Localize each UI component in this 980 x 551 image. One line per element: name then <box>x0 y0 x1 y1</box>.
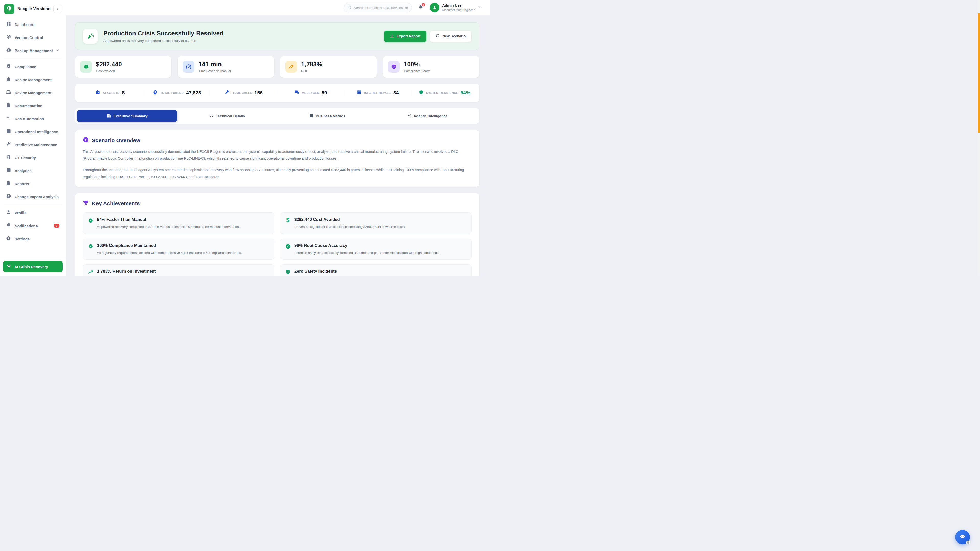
sidebar-item-settings[interactable]: Settings <box>3 233 62 245</box>
notifications-badge: 2 <box>54 224 59 228</box>
chart-square-icon <box>6 129 11 135</box>
brain-icon <box>153 90 158 96</box>
metric-rag-retrievals: RAG RETRIEVALS 34 <box>344 90 411 96</box>
achievement-root-cause-accuracy: 96% Root Cause Accuracy Forensic analysi… <box>280 238 472 260</box>
bar-chart-icon <box>6 168 11 174</box>
sidebar-item-label: Recipe Management <box>14 78 59 82</box>
sidebar-item-operational-intelligence[interactable]: Operational Intelligence <box>3 126 62 137</box>
notifications-bell-button[interactable]: 6 <box>418 4 424 11</box>
stat-label: ROI <box>301 69 322 73</box>
export-report-label: Export Report <box>396 34 420 38</box>
shield-check-icon <box>6 64 11 70</box>
wrench-icon <box>225 90 230 96</box>
metric-label: RAG RETRIEVALS <box>364 91 391 94</box>
tabs-bar: Executive Summary Technical Details Busi… <box>75 108 479 124</box>
metric-label: SYSTEM RESILIENCE <box>426 91 458 94</box>
sidebar-item-label: Compliance <box>14 65 59 69</box>
sidebar-item-backup-management[interactable]: Backup Management <box>3 45 62 56</box>
achievement-compliance-maintained: 100% Compliance Maintained All regulator… <box>83 238 274 260</box>
sidebar-item-label: Settings <box>14 237 59 241</box>
wrench-icon <box>6 141 11 148</box>
sidebar-item-compliance[interactable]: Compliance <box>3 61 62 72</box>
achievement-text: 100% Compliance Maintained All regulator… <box>97 243 242 256</box>
badge-check-icon <box>88 244 94 249</box>
new-scenario-label: New Scenario <box>442 34 466 38</box>
metric-tool-calls: TOOL CALLS 156 <box>210 90 277 96</box>
tab-label: Technical Details <box>216 114 245 118</box>
metric-label: TOTAL TOKENS <box>160 91 183 94</box>
stat-value: 1,783% <box>301 61 322 68</box>
chevron-left-icon: ‹ <box>57 6 58 11</box>
achievement-text: 96% Root Cause Accuracy Forensic analysi… <box>294 243 439 256</box>
file-text-icon <box>6 103 11 109</box>
stat-text: 100% Compliance Score <box>404 61 430 73</box>
sidebar-item-change-impact-analysis[interactable]: Change Impact Analysis <box>3 191 62 202</box>
sidebar-item-label: Predictive Maintenance <box>14 143 59 147</box>
sidebar-item-ot-security[interactable]: OT Security <box>3 152 62 163</box>
achievement-text: $282,440 Cost Avoided Prevented signific… <box>294 217 406 229</box>
sidebar-item-dashboard[interactable]: Dashboard <box>3 19 62 30</box>
sidebar-collapse-button[interactable]: ‹ <box>53 5 62 13</box>
achievement-desc: AI-powered recovery completed in 8.7 min… <box>97 224 240 229</box>
new-scenario-button[interactable]: New Scenario <box>430 30 471 42</box>
robot-icon <box>95 90 100 96</box>
search-icon <box>347 5 352 10</box>
metric-value: 94% <box>461 90 470 96</box>
sidebar-item-recipe-management[interactable]: Recipe Management <box>3 74 62 85</box>
stat-card-time-saved: 141 min Time Saved vs Manual <box>178 56 274 78</box>
key-achievements-card: Key Achievements 94% Faster Than Manual … <box>75 193 479 275</box>
sidebar-item-predictive-maintenance[interactable]: Predictive Maintenance <box>3 139 62 150</box>
tab-technical-details[interactable]: Technical Details <box>177 110 277 122</box>
search-input[interactable] <box>354 6 408 10</box>
person-icon <box>6 210 11 216</box>
stat-text: 1,783% ROI <box>301 61 322 73</box>
section-title: Key Achievements <box>92 200 140 206</box>
tab-agentic-intelligence[interactable]: Agentic Intelligence <box>377 110 477 122</box>
sidebar-item-reports[interactable]: Reports <box>3 178 62 189</box>
stat-card-roi: 1,783% ROI <box>280 56 377 78</box>
metric-value: 8 <box>122 90 125 96</box>
banner-text: Production Crisis Successfully Resolved … <box>103 30 384 43</box>
sidebar-footer: AI Crisis Recovery <box>0 258 65 275</box>
sidebar-item-version-control[interactable]: Version Control <box>3 32 62 43</box>
tab-executive-summary[interactable]: Executive Summary <box>77 110 177 122</box>
sidebar-item-label: OT Security <box>14 156 59 160</box>
building-icon <box>107 114 111 119</box>
success-banner: Production Crisis Successfully Resolved … <box>75 22 479 50</box>
scenario-overview-card: Scenario Overview This AI-powered crisis… <box>75 130 479 187</box>
party-popper-icon <box>83 29 98 44</box>
metric-ai-agents: AI AGENTS 8 <box>76 90 143 96</box>
sidebar-item-label: Doc Automation <box>14 117 59 121</box>
key-achievements-header: Key Achievements <box>83 200 472 207</box>
user-menu[interactable]: Admin User Manufacturing Engineer <box>430 3 481 13</box>
achievement-title: 94% Faster Than Manual <box>97 217 240 222</box>
sidebar-item-label: Reports <box>14 182 59 186</box>
app-logo <box>4 4 14 14</box>
metric-label: TOOL CALLS <box>232 91 252 94</box>
achievement-desc: Prevented significant financial losses i… <box>294 224 406 229</box>
sidebar-item-analytics[interactable]: Analytics <box>3 165 62 176</box>
sidebar-item-device-management[interactable]: Device Management <box>3 87 62 98</box>
ai-crisis-recovery-button[interactable]: AI Crisis Recovery <box>3 261 62 272</box>
achievement-title: $282,440 Cost Avoided <box>294 217 406 222</box>
stat-label: Compliance Score <box>404 69 430 73</box>
achievement-title: Zero Safety Incidents <box>294 269 424 274</box>
metric-label: MESSAGES <box>302 91 319 94</box>
devices-icon <box>6 89 11 96</box>
topbar: 6 Admin User Manufacturing Engineer <box>66 0 490 15</box>
bell-count-badge: 6 <box>421 3 426 7</box>
sidebar-item-label: Documentation <box>14 103 59 108</box>
shield-logo-icon <box>6 6 12 12</box>
sidebar-item-notifications[interactable]: Notifications 2 <box>3 220 62 231</box>
metric-value: 47,823 <box>186 90 201 96</box>
sidebar-item-doc-automation[interactable]: Doc Automation <box>3 113 62 124</box>
scenario-overview-header: Scenario Overview <box>83 137 472 144</box>
sidebar-item-label: Change Impact Analysis <box>14 195 59 199</box>
sidebar-item-documentation[interactable]: Documentation <box>3 100 62 111</box>
user-info: Admin User Manufacturing Engineer <box>442 3 475 12</box>
version-control-icon <box>6 35 11 41</box>
tab-label: Business Metrics <box>316 114 345 118</box>
export-report-button[interactable]: Export Report <box>384 30 426 42</box>
tab-business-metrics[interactable]: Business Metrics <box>277 110 377 122</box>
sidebar-item-profile[interactable]: Profile <box>3 207 62 218</box>
